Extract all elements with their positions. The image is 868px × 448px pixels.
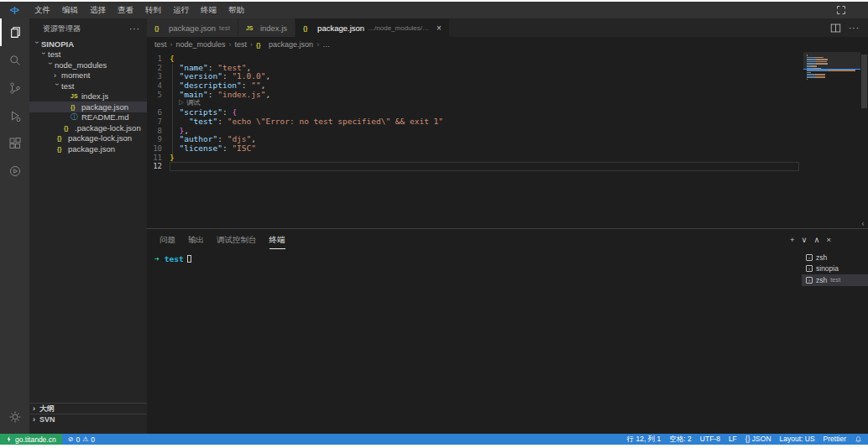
breadcrumb-item[interactable]: …	[322, 40, 330, 49]
status-item[interactable]: LF	[729, 435, 737, 445]
json-icon: {}	[57, 135, 68, 141]
problems-status[interactable]: ⊘ 0 ⚠ 0	[62, 435, 101, 444]
settings-gear-icon[interactable]	[0, 403, 29, 430]
terminal-list-item[interactable]: ›zshtest	[802, 274, 868, 286]
close-icon[interactable]: ×	[437, 23, 442, 33]
sidebar-bottom-pad	[29, 425, 147, 434]
status-item[interactable]: 行 12, 列 1	[627, 435, 661, 445]
tree-item[interactable]: ›moment	[29, 70, 147, 81]
panel-tab[interactable]: 输出	[188, 231, 204, 249]
breadcrumb-item[interactable]: node_modules	[176, 40, 226, 49]
file-tree: ›SINOPIA›test›node_modules›moment›testJS…	[29, 39, 147, 154]
panel-tab[interactable]: 调试控制台	[217, 231, 257, 249]
error-icon: ⊘	[68, 435, 74, 443]
tree-item[interactable]: {}.package-lock.json	[29, 122, 147, 133]
sidebar-bottom-sections: ›大纲›SVN	[29, 403, 147, 425]
tree-item[interactable]: {}package.json	[29, 102, 147, 112]
notifications-bell-icon[interactable]	[855, 435, 862, 444]
menu-bar: 文件编辑选择查看转到运行终端帮助	[29, 5, 250, 16]
status-items: 行 12, 列 1空格: 2UTF-8LF{} JSONLayout: USPr…	[627, 435, 846, 445]
tree-item[interactable]: {}package.json	[29, 143, 147, 154]
tree-item[interactable]: ⓘREADME.md	[29, 112, 147, 123]
minimap[interactable]	[803, 52, 860, 228]
source-control-icon[interactable]	[0, 74, 29, 102]
remote-indicator[interactable]: go.titande.cn	[0, 434, 62, 445]
tree-item[interactable]: ›node_modules	[29, 60, 147, 70]
dropdown-icon[interactable]: ∨	[802, 235, 808, 244]
terminal-area[interactable]: ➜test	[147, 250, 802, 434]
search-icon[interactable]	[0, 46, 29, 74]
collapse-left-icon[interactable]: ‹	[860, 220, 865, 228]
menu-item[interactable]: 终端	[195, 5, 222, 16]
run-debug-icon[interactable]	[0, 102, 29, 129]
breadcrumb-item[interactable]: test	[154, 40, 167, 49]
fullscreen-icon[interactable]	[836, 5, 846, 15]
status-item[interactable]: Layout: US	[780, 435, 815, 445]
explorer-sidebar: 资源管理器 ··· ›SINOPIA›test›node_modules›mom…	[29, 18, 147, 434]
tree-item[interactable]: ›SINOPIA	[29, 39, 147, 49]
more-actions-icon[interactable]: ···	[129, 24, 140, 34]
warning-icon: ⚠	[82, 435, 88, 443]
line-number: 10	[147, 144, 162, 154]
breadcrumb-separator: ›	[316, 40, 319, 49]
editor[interactable]: 1{2 "name": "test",3 "version": "1.0.0",…	[147, 52, 868, 228]
terminal-label: zsh	[816, 253, 827, 262]
new-terminal-icon[interactable]: +	[790, 235, 795, 244]
panel-tab[interactable]: 终端	[269, 231, 285, 249]
tree-item-label: package.json	[68, 144, 115, 154]
extensions-icon[interactable]	[0, 129, 29, 157]
breadcrumb-item[interactable]: test	[235, 40, 248, 49]
menu-item[interactable]: 查看	[112, 5, 139, 16]
panel-actions: +∨∧×	[790, 235, 831, 244]
terminal-list-item[interactable]: ›sinopia	[802, 263, 868, 275]
vertical-scrollbar[interactable]	[861, 55, 867, 108]
close-panel-icon[interactable]: ×	[826, 235, 831, 244]
terminal-icon: ›	[806, 277, 813, 284]
editor-tab[interactable]: {}package.json…/node_modules/…×	[295, 18, 450, 37]
codelens-link[interactable]: ▷ 调试	[147, 99, 799, 108]
sidebar-section-header[interactable]: ›SVN	[29, 414, 147, 425]
sidebar-section-header[interactable]: ›大纲	[29, 403, 147, 414]
tree-item-label: moment	[61, 70, 90, 80]
code-line: 11}	[147, 154, 799, 163]
menu-item[interactable]: 帮助	[222, 5, 250, 16]
files-icon[interactable]	[0, 18, 29, 46]
menu-item[interactable]: 编辑	[56, 5, 84, 16]
menu-item[interactable]: 选择	[84, 5, 112, 16]
split-editor-icon[interactable]	[830, 23, 841, 34]
menu-item[interactable]: 转到	[139, 5, 167, 16]
runner-icon[interactable]	[0, 157, 29, 185]
terminal-cursor	[187, 255, 191, 263]
line-number: 5	[147, 91, 162, 100]
info-icon: ⓘ	[71, 112, 81, 123]
breadcrumb-item[interactable]: {}package.json	[256, 40, 313, 49]
panel-tab[interactable]: 问题	[159, 231, 175, 249]
editor-tab[interactable]: JSindex.js	[238, 18, 295, 37]
status-item[interactable]: UTF-8	[700, 435, 720, 445]
menu-item[interactable]: 文件	[29, 5, 56, 16]
tree-item-label: README.md	[81, 112, 128, 122]
status-item[interactable]: Prettier	[824, 435, 846, 445]
tree-item[interactable]: {}package-lock.json	[29, 133, 147, 144]
tree-item[interactable]: ›test	[29, 81, 147, 91]
title-bar: <|> 文件编辑选择查看转到运行终端帮助	[0, 2, 868, 18]
terminal-list-item[interactable]: ›zsh	[802, 252, 868, 263]
terminal-icon: ›	[806, 254, 813, 261]
status-item[interactable]: {} JSON	[745, 435, 771, 445]
menu-item[interactable]: 运行	[167, 5, 195, 16]
tree-item[interactable]: JSindex.js	[29, 91, 147, 102]
maximize-panel-icon[interactable]: ∧	[813, 235, 819, 244]
editor-tab[interactable]: {}package.jsontest	[147, 18, 238, 37]
terminal-cwd: test	[165, 254, 184, 263]
status-bar: go.titande.cn ⊘ 0 ⚠ 0 行 12, 列 1空格: 2UTF-…	[0, 434, 868, 445]
sidebar-spacer	[29, 154, 147, 404]
tree-item[interactable]: ›test	[29, 49, 147, 60]
status-item[interactable]: 空格: 2	[669, 435, 691, 445]
minimap-slider[interactable]	[803, 52, 860, 70]
line-number: 9	[147, 135, 162, 144]
panel-tabs: 问题输出调试控制台终端	[147, 231, 285, 249]
tree-item-label: package.json	[81, 102, 128, 112]
terminal-list: ›zsh›sinopia›zshtest	[802, 250, 868, 434]
more-actions-icon[interactable]: ···	[849, 23, 860, 33]
line-number: 8	[147, 127, 162, 136]
